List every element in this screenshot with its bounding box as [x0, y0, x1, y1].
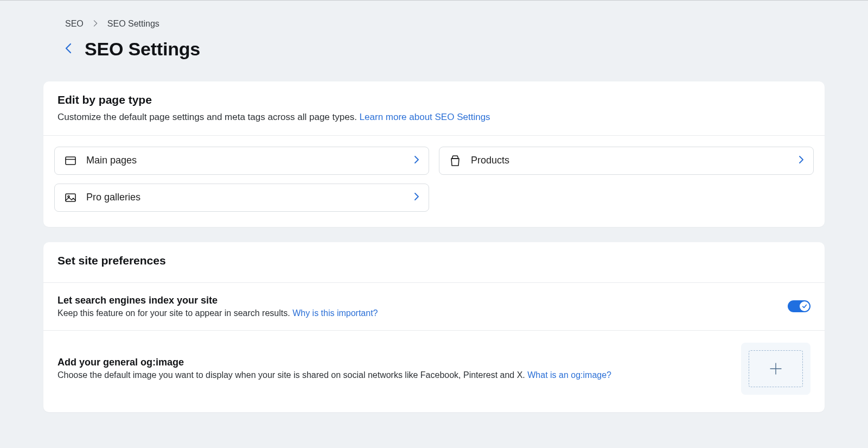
description-text: Customize the default page settings and …: [58, 112, 360, 122]
chevron-right-icon: [414, 193, 419, 203]
index-site-toggle[interactable]: [788, 300, 810, 312]
pref-description: Choose the default image you want to dis…: [58, 370, 611, 380]
card-body: Main pages Products: [43, 136, 825, 227]
window-icon: [65, 155, 76, 167]
site-preferences-card: Set site preferences Let search engines …: [43, 242, 825, 412]
learn-more-link[interactable]: Learn more about SEO Settings: [360, 112, 490, 122]
page-type-tiles: Main pages Products: [54, 147, 814, 212]
pref-row-index-site: Let search engines index your site Keep …: [43, 283, 825, 331]
svg-point-3: [68, 195, 69, 197]
breadcrumb-item-seo-settings[interactable]: SEO Settings: [107, 19, 159, 29]
tile-label: Main pages: [86, 155, 405, 166]
svg-rect-0: [66, 157, 75, 165]
shopping-bag-icon: [449, 155, 461, 167]
section-title: Set site preferences: [58, 254, 810, 267]
card-header: Set site preferences: [43, 242, 825, 283]
pref-text: Add your general og:image Choose the def…: [58, 357, 611, 380]
breadcrumb: SEO SEO Settings: [65, 1, 825, 29]
card-header: Edit by page type Customize the default …: [43, 81, 825, 136]
title-row: SEO Settings: [65, 39, 825, 60]
section-title: Edit by page type: [58, 93, 810, 106]
page-header-region: SEO SEO Settings SEO Settings: [22, 1, 846, 60]
card-body: Let search engines index your site Keep …: [43, 283, 825, 412]
plus-icon: [769, 362, 783, 376]
og-image-upload[interactable]: [741, 343, 810, 395]
pref-text: Let search engines index your site Keep …: [58, 295, 378, 318]
page-title: SEO Settings: [85, 39, 200, 60]
chevron-right-icon: [414, 156, 419, 166]
chevron-right-icon: [799, 156, 803, 166]
svg-rect-2: [66, 194, 75, 201]
chevron-left-icon: [65, 43, 72, 54]
tile-products[interactable]: Products: [439, 147, 814, 175]
description-text: Choose the default image you want to dis…: [58, 370, 527, 380]
section-description: Customize the default page settings and …: [58, 111, 810, 124]
pref-row-og-image: Add your general og:image Choose the def…: [43, 331, 825, 412]
tile-pro-galleries[interactable]: Pro galleries: [54, 184, 429, 212]
why-important-link[interactable]: Why is this important?: [292, 308, 378, 318]
tile-label: Products: [471, 155, 789, 166]
what-is-og-image-link[interactable]: What is an og:image?: [527, 370, 611, 380]
breadcrumb-item-seo[interactable]: SEO: [65, 19, 84, 29]
toggle-knob: [800, 301, 809, 311]
back-button[interactable]: [65, 43, 72, 56]
pref-description: Keep this feature on for your site to ap…: [58, 308, 378, 318]
tile-label: Pro galleries: [86, 192, 405, 203]
upload-dropzone: [749, 350, 803, 387]
pref-title: Let search engines index your site: [58, 295, 378, 306]
check-icon: [802, 304, 807, 309]
tile-main-pages[interactable]: Main pages: [54, 147, 429, 175]
edit-by-page-type-card: Edit by page type Customize the default …: [43, 81, 825, 227]
content-region: Edit by page type Customize the default …: [22, 81, 846, 412]
image-icon: [65, 192, 76, 204]
description-text: Keep this feature on for your site to ap…: [58, 308, 292, 318]
chevron-right-icon: [93, 19, 98, 29]
pref-title: Add your general og:image: [58, 357, 611, 368]
